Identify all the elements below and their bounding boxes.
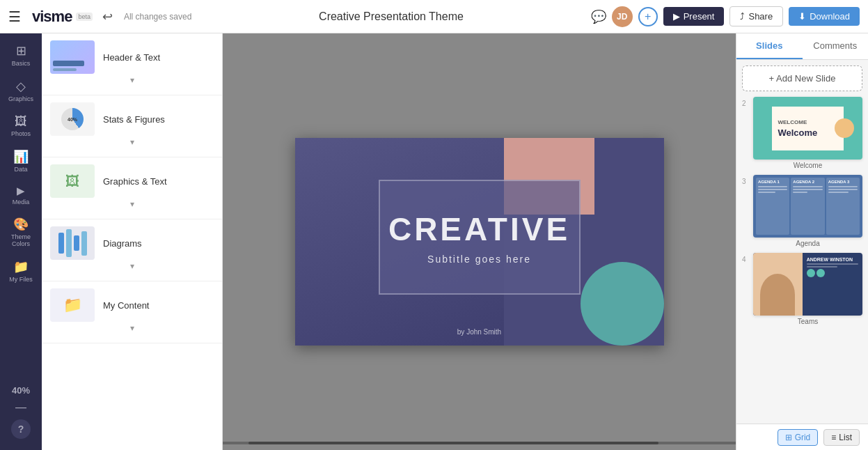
logo-text: visme bbox=[32, 8, 72, 26]
slide-label-3: Agenda bbox=[753, 240, 862, 247]
slide-teal-circle bbox=[581, 262, 664, 346]
zoom-minus-icon[interactable]: — bbox=[15, 401, 26, 414]
slide-thumb-container-4: ANDREW WINSTON Teams bbox=[753, 253, 862, 325]
slide-number-4: 4 bbox=[742, 253, 750, 263]
panel-label-header-text: Header & Text bbox=[103, 52, 214, 63]
panel-item-diagrams[interactable]: Diagrams ▾ bbox=[42, 219, 222, 281]
share-label: Share bbox=[748, 11, 773, 22]
help-button[interactable]: ? bbox=[11, 419, 31, 439]
presentation-title: Creative Presentation Theme bbox=[198, 10, 583, 23]
download-button[interactable]: ⬇ Download bbox=[789, 7, 860, 26]
slide-thumb-welcome-img: WELCOME Welcome bbox=[753, 97, 862, 160]
share-icon: ⤴ bbox=[740, 11, 745, 22]
tab-slides[interactable]: Slides bbox=[736, 33, 803, 59]
right-tabs: Slides Comments bbox=[736, 33, 868, 60]
slide-thumb-agenda-img: Agenda 1 Agenda 2 bbox=[753, 175, 862, 238]
icon-sidebar: ⊞ Basics ◇ Graphics 🖼 Photos 📊 Data ▶ Me… bbox=[0, 33, 42, 450]
sidebar-item-my-files[interactable]: 📁 My Files bbox=[3, 255, 39, 288]
share-button[interactable]: ⤴ Share bbox=[729, 6, 783, 26]
avatar[interactable]: JD bbox=[612, 6, 633, 27]
slide-number-2: 2 bbox=[742, 97, 750, 107]
sidebar-item-photos-label: Photos bbox=[11, 131, 31, 138]
sidebar-item-theme-colors[interactable]: 🎨 Theme Colors bbox=[3, 212, 39, 252]
teams-photo-area bbox=[753, 253, 803, 316]
sidebar-item-basics[interactable]: ⊞ Basics bbox=[3, 39, 39, 72]
welcome-slide-content: WELCOME Welcome bbox=[772, 107, 843, 150]
sidebar-bottom: 40% — ? bbox=[11, 385, 31, 444]
slide-canvas[interactable]: CREATIVE Subtitle goes here by John Smit… bbox=[295, 138, 664, 346]
grid-view-button[interactable]: ⊞ Grid bbox=[778, 429, 819, 446]
play-icon: ▶ bbox=[673, 11, 680, 22]
panel-item-stats-figures[interactable]: 40% Stats & Figures ▾ bbox=[42, 95, 222, 157]
sidebar-item-my-files-label: My Files bbox=[9, 277, 33, 284]
present-label: Present bbox=[684, 11, 715, 22]
topbar: ☰ visme beta ↩ All changes saved Creativ… bbox=[0, 0, 868, 33]
add-collaborator-button[interactable]: + bbox=[638, 7, 658, 26]
teams-dot-1 bbox=[807, 269, 815, 277]
slide-row-3: 3 Agenda 1 Agenda 2 bbox=[742, 175, 862, 247]
grid-icon: ⊞ bbox=[785, 433, 792, 442]
sidebar-item-media[interactable]: ▶ Media bbox=[3, 180, 39, 210]
comment-icon[interactable]: 💬 bbox=[591, 9, 606, 24]
sidebar-item-theme-colors-label: Theme Colors bbox=[4, 234, 38, 248]
sidebar-item-graphics-label: Graphics bbox=[8, 96, 33, 103]
list-icon: ≡ bbox=[831, 433, 836, 442]
media-icon: ▶ bbox=[17, 185, 25, 197]
agenda-col-1: Agenda 1 bbox=[756, 178, 789, 235]
slide-thumb-4[interactable]: ANDREW WINSTON bbox=[753, 253, 862, 316]
panel-thumb-stats-figures: 40% bbox=[50, 102, 95, 136]
my-files-icon: 📁 bbox=[13, 259, 29, 274]
download-label: Download bbox=[810, 11, 850, 22]
saved-text: All changes saved bbox=[124, 12, 191, 22]
agenda-col-3: Agenda 3 bbox=[826, 178, 860, 235]
panel: Header & Text ▾ 40% Stats & Figures ▾ bbox=[42, 33, 223, 450]
sidebar-item-data[interactable]: 📊 Data bbox=[3, 145, 39, 178]
panel-item-graphics-text[interactable]: 🖼 Graphics & Text ▾ bbox=[42, 157, 222, 219]
menu-icon[interactable]: ☰ bbox=[8, 8, 21, 25]
undo-icon[interactable]: ↩ bbox=[102, 9, 113, 24]
right-panel: Slides Comments + Add New Slide 2 WELCOM… bbox=[736, 33, 868, 450]
sidebar-item-graphics[interactable]: ◇ Graphics bbox=[3, 75, 39, 107]
slide-thumb-teams-img: ANDREW WINSTON bbox=[753, 253, 862, 316]
panel-label-graphics-text: Graphics & Text bbox=[103, 176, 214, 187]
welcome-text: Welcome bbox=[778, 127, 817, 138]
panel-thumb-graphics-text: 🖼 bbox=[50, 164, 95, 198]
canvas-scrollbar-thumb bbox=[248, 442, 659, 444]
zoom-percent[interactable]: 40% bbox=[12, 385, 30, 396]
panel-label-stats-figures: Stats & Figures bbox=[103, 114, 214, 125]
photos-icon: 🖼 bbox=[15, 114, 27, 129]
teams-info-area: ANDREW WINSTON bbox=[803, 253, 862, 316]
slide-label-4: Teams bbox=[753, 318, 862, 325]
canvas-scrollbar[interactable] bbox=[223, 442, 736, 444]
panel-thumb-my-content: 📁 bbox=[50, 288, 95, 322]
panel-item-header-text[interactable]: Header & Text ▾ bbox=[42, 33, 222, 95]
add-new-slide-button[interactable]: + Add New Slide bbox=[742, 65, 862, 91]
sidebar-item-basics-label: Basics bbox=[12, 61, 31, 68]
panel-thumb-diagrams bbox=[50, 226, 95, 260]
bottom-bar: ⊞ Grid ≡ List bbox=[736, 424, 868, 450]
agenda-col-2: Agenda 2 bbox=[791, 178, 824, 235]
teams-social-icons bbox=[807, 269, 858, 277]
list-label: List bbox=[839, 433, 852, 442]
panel-item-my-content[interactable]: 📁 My Content ▾ bbox=[42, 281, 222, 343]
canvas-area: CREATIVE Subtitle goes here by John Smit… bbox=[223, 33, 736, 450]
slide-thumb-2[interactable]: WELCOME Welcome bbox=[753, 97, 862, 160]
list-view-button[interactable]: ≡ List bbox=[823, 429, 860, 446]
topbar-actions: 💬 JD + ▶ Present ⤴ Share ⬇ Download bbox=[591, 6, 860, 27]
panel-chevron-my-content: ▾ bbox=[50, 322, 214, 336]
slide-number-3: 3 bbox=[742, 175, 750, 185]
slide-content-box: CREATIVE Subtitle goes here bbox=[379, 180, 581, 295]
basics-icon: ⊞ bbox=[16, 43, 26, 59]
panel-thumb-header-text bbox=[50, 40, 95, 74]
present-button[interactable]: ▶ Present bbox=[663, 7, 725, 26]
panel-chevron-stats: ▾ bbox=[50, 136, 214, 150]
slide-row-2: 2 WELCOME Welcome Welcome bbox=[742, 97, 862, 169]
teams-avatar-circle bbox=[760, 274, 795, 316]
teams-dot-2 bbox=[816, 269, 825, 277]
slide-thumb-3[interactable]: Agenda 1 Agenda 2 bbox=[753, 175, 862, 238]
main-area: ⊞ Basics ◇ Graphics 🖼 Photos 📊 Data ▶ Me… bbox=[0, 33, 868, 450]
tab-comments[interactable]: Comments bbox=[803, 33, 869, 59]
panel-chevron-graphics: ▾ bbox=[50, 198, 214, 212]
sidebar-item-photos[interactable]: 🖼 Photos bbox=[3, 110, 39, 142]
slide-creative-text: CREATIVE bbox=[388, 210, 570, 248]
